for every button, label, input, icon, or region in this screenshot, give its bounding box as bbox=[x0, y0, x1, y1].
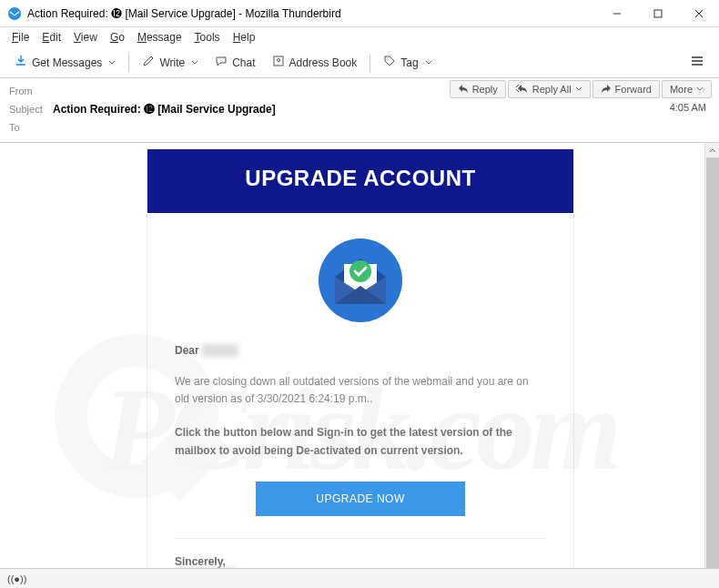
message-time: 4:05 AM bbox=[670, 102, 706, 113]
menu-view[interactable]: View bbox=[67, 29, 104, 46]
statusbar: ((●)) bbox=[0, 568, 719, 588]
separator bbox=[128, 54, 129, 72]
thunderbird-icon bbox=[7, 6, 22, 21]
menu-edit[interactable]: Edit bbox=[35, 29, 67, 46]
tag-label: Tag bbox=[400, 56, 418, 69]
more-label: More bbox=[670, 84, 693, 95]
forward-label: Forward bbox=[615, 84, 652, 95]
scroll-up-button[interactable] bbox=[705, 143, 719, 157]
menu-file[interactable]: File bbox=[5, 29, 35, 46]
menu-message[interactable]: Message bbox=[131, 29, 188, 46]
separator bbox=[370, 54, 370, 72]
address-book-label: Address Book bbox=[289, 56, 358, 69]
reply-all-button[interactable]: Reply All bbox=[508, 80, 591, 98]
email-panel: UPGRADE ACCOUNT Dear XXXXX We are closin… bbox=[147, 148, 574, 588]
tag-button[interactable]: Tag bbox=[376, 51, 439, 74]
reply-label: Reply bbox=[472, 84, 498, 95]
reply-all-label: Reply All bbox=[532, 84, 572, 95]
svg-point-0 bbox=[8, 7, 21, 20]
app-menu-button[interactable] bbox=[683, 51, 712, 74]
address-book-button[interactable]: Address Book bbox=[265, 51, 365, 74]
svg-point-6 bbox=[277, 59, 279, 62]
forward-button[interactable]: Forward bbox=[592, 80, 660, 98]
chevron-down-icon bbox=[106, 56, 116, 69]
tag-icon bbox=[383, 55, 396, 70]
email-hero-icon bbox=[175, 228, 546, 344]
titlebar: Action Required: ⓬ [Mail Service Upgrade… bbox=[0, 0, 719, 27]
forward-icon bbox=[601, 84, 612, 95]
svg-rect-2 bbox=[654, 10, 662, 17]
toolbar: Get Messages Write Chat Address Book Tag bbox=[0, 47, 719, 78]
to-label: To bbox=[9, 122, 53, 133]
write-button[interactable]: Write bbox=[135, 51, 206, 74]
minimize-button[interactable] bbox=[596, 0, 637, 27]
write-label: Write bbox=[159, 56, 185, 69]
email-body: UPGRADE ACCOUNT Dear XXXXX We are closin… bbox=[18, 148, 703, 588]
chevron-down-icon bbox=[423, 56, 432, 69]
download-icon bbox=[15, 55, 27, 70]
message-body-container: PCrisk.com UPGRADE ACCOUNT Dear XXXX bbox=[0, 143, 719, 588]
chat-label: Chat bbox=[232, 56, 255, 69]
reply-all-icon bbox=[516, 84, 529, 95]
hamburger-icon bbox=[690, 55, 704, 70]
email-paragraph-2: Click the button below and Sign-in to ge… bbox=[175, 424, 546, 459]
reply-icon bbox=[458, 84, 469, 95]
email-paragraph-1: We are closing down all outdated version… bbox=[175, 373, 546, 408]
menubar: File Edit View Go Message Tools Help bbox=[0, 27, 719, 47]
get-messages-label: Get Messages bbox=[32, 56, 102, 69]
message-header: Reply Reply All Forward More From Subjec… bbox=[0, 78, 719, 143]
menu-go[interactable]: Go bbox=[104, 29, 131, 46]
chevron-down-icon bbox=[189, 56, 198, 69]
header-actions: Reply Reply All Forward More bbox=[450, 80, 712, 98]
chat-icon bbox=[215, 55, 228, 70]
reply-button[interactable]: Reply bbox=[450, 80, 506, 98]
activity-indicator-icon: ((●)) bbox=[7, 573, 26, 584]
scrollbar[interactable] bbox=[704, 143, 719, 588]
upgrade-now-button[interactable]: UPGRADE NOW bbox=[256, 482, 465, 516]
window-controls bbox=[596, 0, 719, 27]
window-title: Action Required: ⓬ [Mail Service Upgrade… bbox=[27, 7, 596, 20]
email-greeting: Dear XXXXX bbox=[175, 344, 546, 357]
menu-help[interactable]: Help bbox=[227, 29, 262, 46]
subject-value: Action Required: ⓬ [Mail Service Upgrade… bbox=[53, 103, 276, 116]
get-messages-button[interactable]: Get Messages bbox=[7, 51, 123, 74]
email-banner: UPGRADE ACCOUNT bbox=[147, 149, 573, 213]
divider bbox=[175, 538, 546, 539]
menu-tools[interactable]: Tools bbox=[188, 29, 227, 46]
maximize-button[interactable] bbox=[637, 0, 678, 27]
subject-label: Subject bbox=[9, 104, 53, 115]
chat-button[interactable]: Chat bbox=[208, 51, 262, 74]
pencil-icon bbox=[142, 55, 155, 70]
address-book-icon bbox=[272, 55, 285, 70]
more-button[interactable]: More bbox=[662, 80, 712, 98]
close-button[interactable] bbox=[678, 0, 719, 27]
from-label: From bbox=[9, 86, 53, 96]
scroll-thumb[interactable] bbox=[706, 157, 719, 585]
email-signoff: Sincerely, bbox=[175, 555, 546, 568]
